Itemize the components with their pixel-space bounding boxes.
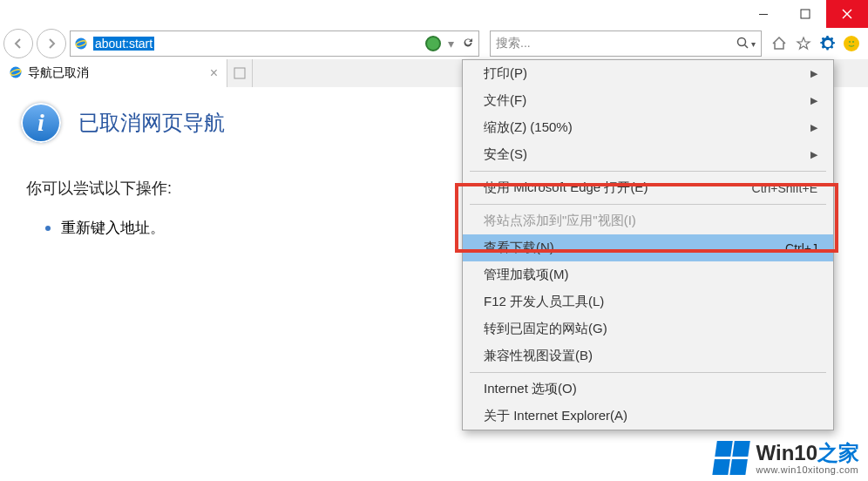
watermark: Win10之家 www.win10xitong.com (715, 441, 859, 476)
svg-point-6 (738, 37, 746, 45)
favorites-icon[interactable] (795, 35, 812, 52)
close-button[interactable] (826, 0, 868, 28)
menu-separator (470, 204, 826, 205)
menu-compat-view[interactable]: 兼容性视图设置(B) (463, 342, 833, 369)
search-placeholder: 搜索... (496, 36, 531, 51)
tab-close-icon[interactable]: × (210, 65, 218, 81)
menu-internet-options[interactable]: Internet 选项(O) (463, 376, 833, 403)
ie-icon (74, 37, 88, 51)
svg-rect-0 (759, 14, 768, 15)
refresh-button[interactable] (461, 36, 475, 52)
menu-about-ie[interactable]: 关于 Internet Explorer(A) (463, 403, 833, 430)
feedback-smiley-icon[interactable] (844, 36, 859, 51)
menu-add-site-apps: 将站点添加到"应用"视图(I) (463, 207, 833, 234)
menu-pinned-sites[interactable]: 转到已固定的网站(G) (463, 315, 833, 342)
watermark-url: www.win10xitong.com (756, 464, 859, 475)
chevron-right-icon: ▶ (810, 95, 817, 106)
tab-active[interactable]: 导航已取消 × (0, 59, 227, 87)
watermark-brand-b: 之家 (817, 441, 859, 464)
search-icon[interactable] (736, 36, 749, 52)
menu-manage-addons[interactable]: 管理加载项(M) (463, 261, 833, 288)
home-icon[interactable] (770, 35, 788, 52)
forward-button[interactable] (37, 29, 66, 58)
menu-zoom[interactable]: 缩放(Z) (150%)▶ (463, 114, 833, 141)
menu-file[interactable]: 文件(F)▶ (463, 87, 833, 114)
back-button[interactable] (3, 29, 33, 58)
page-heading: 已取消网页导航 (78, 109, 225, 137)
info-icon: i (21, 103, 61, 143)
chevron-right-icon: ▶ (810, 122, 817, 133)
search-dropdown-icon[interactable]: ▾ (751, 39, 756, 49)
svg-line-7 (745, 44, 749, 48)
menu-view-downloads[interactable]: 查看下载(N)Ctrl+J (463, 234, 833, 261)
menu-print[interactable]: 打印(P)▶ (463, 60, 833, 87)
tools-gear-icon[interactable] (819, 35, 837, 52)
maximize-button[interactable] (784, 0, 826, 28)
address-dropdown-icon[interactable]: ▾ (448, 37, 454, 51)
windows-logo-icon (712, 441, 752, 476)
address-bar[interactable]: about:start ▾ (70, 30, 479, 57)
chevron-right-icon: ▶ (810, 149, 817, 160)
search-box[interactable]: 搜索... ▾ (490, 30, 762, 57)
menu-safety[interactable]: 安全(S)▶ (463, 141, 833, 168)
svg-rect-12 (234, 68, 245, 78)
svg-rect-1 (801, 10, 810, 18)
chevron-right-icon: ▶ (810, 68, 817, 79)
svg-point-8 (849, 41, 851, 43)
suggestion-text: 重新键入地址。 (61, 218, 165, 238)
shortcut-label: Ctrl+J (785, 241, 817, 255)
tab-title: 导航已取消 (28, 65, 89, 81)
tools-menu: 打印(P)▶ 文件(F)▶ 缩放(Z) (150%)▶ 安全(S)▶ 使用 Mi… (462, 59, 834, 430)
menu-separator (470, 171, 826, 172)
security-indicator-icon[interactable] (425, 36, 441, 51)
bullet-icon (45, 226, 51, 231)
menu-separator (470, 372, 826, 373)
watermark-brand-a: Win10 (756, 441, 817, 464)
shortcut-label: Ctrl+Shift+E (752, 181, 817, 195)
minimize-button[interactable] (743, 0, 784, 28)
svg-point-9 (852, 41, 854, 43)
new-tab-button[interactable] (227, 59, 253, 87)
ie-icon (9, 65, 23, 82)
address-text: about:start (93, 37, 154, 51)
menu-open-edge[interactable]: 使用 Microsoft Edge 打开(E)Ctrl+Shift+E (463, 174, 833, 201)
menu-f12-devtools[interactable]: F12 开发人员工具(L) (463, 288, 833, 315)
